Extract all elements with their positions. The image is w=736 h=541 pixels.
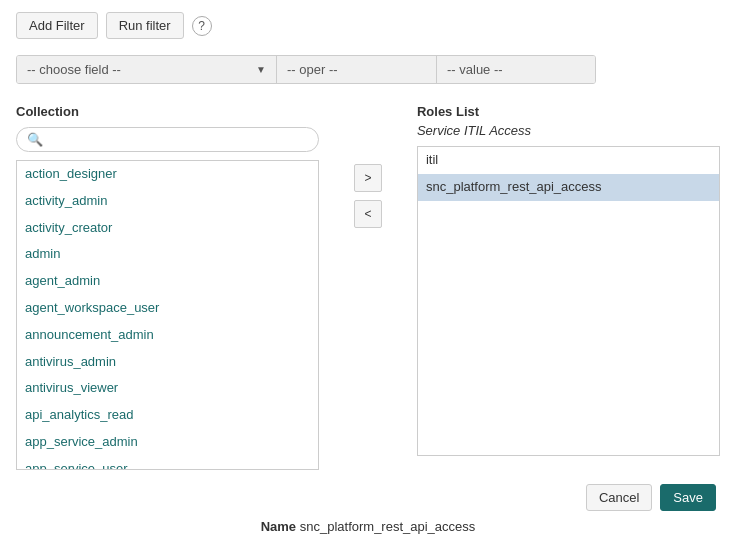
list-item[interactable]: app_service_admin: [17, 429, 318, 456]
oper-label: -- oper --: [287, 62, 338, 77]
roles-list: itilsnc_platform_rest_api_access: [417, 146, 720, 456]
service-prefix: Service: [417, 123, 464, 138]
value-field[interactable]: -- value --: [437, 56, 595, 83]
left-arrow-icon: <: [364, 207, 371, 221]
transfer-buttons: > <: [349, 104, 387, 228]
cancel-button[interactable]: Cancel: [586, 484, 652, 511]
main-content: Collection 🔍 action_designeractivity_adm…: [16, 104, 720, 470]
service-name: ITIL Access: [464, 123, 531, 138]
list-item[interactable]: activity_admin: [17, 188, 318, 215]
choose-field-label: -- choose field --: [27, 62, 121, 77]
list-item[interactable]: antivirus_viewer: [17, 375, 318, 402]
roles-list-label: Roles List: [417, 104, 720, 119]
search-box[interactable]: 🔍: [16, 127, 319, 152]
roles-panel: Roles List Service ITIL Access itilsnc_p…: [417, 104, 720, 456]
list-item[interactable]: agent_workspace_user: [17, 295, 318, 322]
move-left-button[interactable]: <: [354, 200, 382, 228]
list-item[interactable]: activity_creator: [17, 215, 318, 242]
list-item[interactable]: action_designer: [17, 161, 318, 188]
toolbar: Add Filter Run filter ?: [16, 12, 720, 39]
list-item[interactable]: api_analytics_read: [17, 402, 318, 429]
move-right-button[interactable]: >: [354, 164, 382, 192]
collection-panel: Collection 🔍 action_designeractivity_adm…: [16, 104, 319, 470]
oper-select[interactable]: -- oper --: [277, 56, 437, 83]
right-arrow-icon: >: [364, 171, 371, 185]
value-label: -- value --: [447, 62, 503, 77]
list-item[interactable]: antivirus_admin: [17, 349, 318, 376]
chevron-down-icon: ▼: [256, 64, 266, 75]
list-item[interactable]: agent_admin: [17, 268, 318, 295]
search-input[interactable]: [48, 132, 308, 147]
search-icon: 🔍: [27, 132, 43, 147]
name-value: snc_platform_rest_api_access: [300, 519, 476, 534]
list-item[interactable]: announcement_admin: [17, 322, 318, 349]
list-item[interactable]: admin: [17, 241, 318, 268]
name-label: Name: [261, 519, 296, 534]
service-label: Service ITIL Access: [417, 123, 720, 138]
filter-row: -- choose field -- ▼ -- oper -- -- value…: [16, 55, 596, 84]
help-icon[interactable]: ?: [192, 16, 212, 36]
name-info: Name snc_platform_rest_api_access: [16, 519, 720, 534]
add-filter-button[interactable]: Add Filter: [16, 12, 98, 39]
save-button[interactable]: Save: [660, 484, 716, 511]
collection-label: Collection: [16, 104, 319, 119]
run-filter-button[interactable]: Run filter: [106, 12, 184, 39]
roles-list-item[interactable]: itil: [418, 147, 719, 174]
choose-field-select[interactable]: -- choose field -- ▼: [17, 56, 277, 83]
list-item[interactable]: app_service_user: [17, 456, 318, 470]
collection-list: action_designeractivity_adminactivity_cr…: [16, 160, 319, 470]
roles-list-item[interactable]: snc_platform_rest_api_access: [418, 174, 719, 201]
bottom-bar: Cancel Save: [16, 484, 720, 511]
